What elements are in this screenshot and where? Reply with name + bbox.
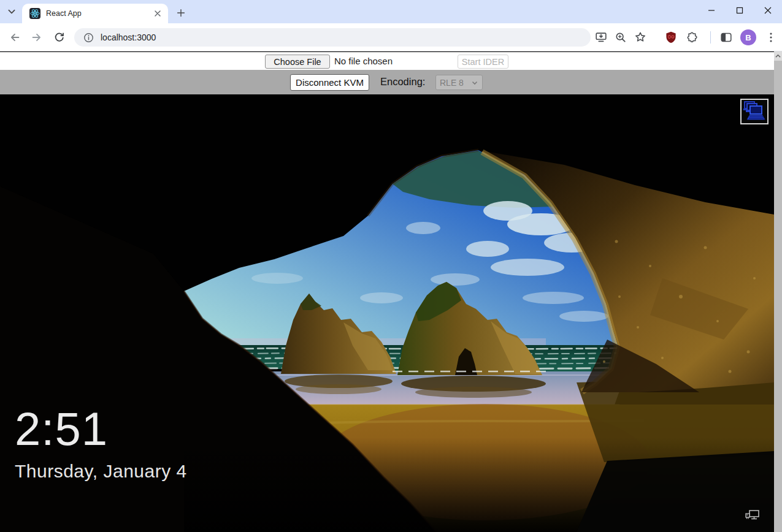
scrollbar-up-button[interactable] (774, 51, 782, 61)
lock-screen-clock: 2:51 Thursday, January 4 (15, 406, 187, 482)
encoding-select[interactable]: RLE 8 (435, 75, 483, 90)
clock-date: Thursday, January 4 (15, 461, 187, 482)
back-button[interactable] (6, 28, 24, 47)
zoom-search-icon (614, 31, 627, 44)
tab-search-chevron-icon (5, 5, 18, 18)
minimize-icon (697, 0, 726, 21)
disconnect-kvm-button[interactable]: Disconnect KVM (290, 74, 369, 91)
kvm-monitors-icon (742, 101, 767, 123)
tab-search-button[interactable] (4, 4, 20, 19)
kebab-menu-icon (764, 31, 778, 44)
address-bar[interactable]: localhost:3000 (74, 28, 591, 47)
install-app-button[interactable] (592, 28, 610, 47)
profile-initial: B (745, 33, 751, 42)
maximize-icon (726, 0, 754, 21)
close-icon (153, 9, 163, 18)
close-window-button[interactable] (754, 0, 782, 21)
new-tab-button[interactable] (173, 5, 189, 21)
tab-strip: React App (0, 0, 782, 23)
minimize-button[interactable] (697, 0, 726, 21)
network-status-icon (745, 509, 761, 523)
side-panel-icon (719, 31, 733, 44)
encoding-value: RLE 8 (440, 78, 464, 88)
toolbar-divider (710, 31, 711, 44)
info-icon[interactable] (83, 32, 94, 44)
kvm-control-bar: Disconnect KVM Encoding: RLE 8 (0, 70, 774, 94)
zoom-button[interactable] (611, 28, 630, 47)
scroll-up-arrow-icon (775, 53, 781, 59)
forward-arrow-icon (30, 31, 44, 44)
plus-icon (175, 7, 187, 19)
encoding-label: Encoding: (380, 76, 425, 88)
browser-toolbar: localhost:3000 (0, 23, 782, 51)
ublock-origin-shield-icon (664, 31, 678, 44)
tab-react-app[interactable]: React App (22, 4, 168, 23)
choose-file-button[interactable]: Choose File (265, 55, 330, 69)
chevron-down-icon (471, 79, 478, 86)
react-favicon-icon (29, 8, 40, 19)
page-scrollbar[interactable] (774, 51, 782, 532)
clock-time: 2:51 (15, 406, 187, 452)
browser-window: React App (0, 0, 782, 532)
reload-button[interactable] (50, 28, 68, 47)
file-status-text: No file chosen (334, 56, 393, 66)
kvm-remote-screen[interactable]: 2:51 Thursday, January 4 (0, 94, 774, 532)
bookmark-button[interactable] (631, 28, 650, 47)
forward-button[interactable] (28, 28, 46, 47)
side-panel-button[interactable] (717, 28, 735, 47)
start-ider-button[interactable]: Start IDER (458, 55, 508, 69)
window-controls (697, 0, 782, 21)
bookmark-star-icon (634, 31, 647, 44)
tab-close-button[interactable] (152, 8, 163, 19)
back-arrow-icon (8, 31, 21, 44)
close-icon (754, 0, 782, 21)
url-text[interactable]: localhost:3000 (101, 32, 156, 42)
ublock-origin-button[interactable] (662, 28, 680, 47)
install-app-icon (594, 31, 608, 44)
file-upload-row: Choose File No file chosen Start IDER (0, 52, 774, 70)
extensions-puzzle-icon (686, 31, 700, 44)
kvm-monitors-button[interactable] (740, 99, 769, 124)
maximize-button[interactable] (726, 0, 754, 21)
tab-title: React App (46, 9, 152, 18)
browser-menu-button[interactable] (762, 28, 780, 47)
extensions-button[interactable] (684, 28, 702, 47)
profile-avatar[interactable]: B (740, 29, 756, 45)
reload-icon (53, 31, 66, 44)
scrollbar-thumb[interactable] (774, 61, 782, 532)
